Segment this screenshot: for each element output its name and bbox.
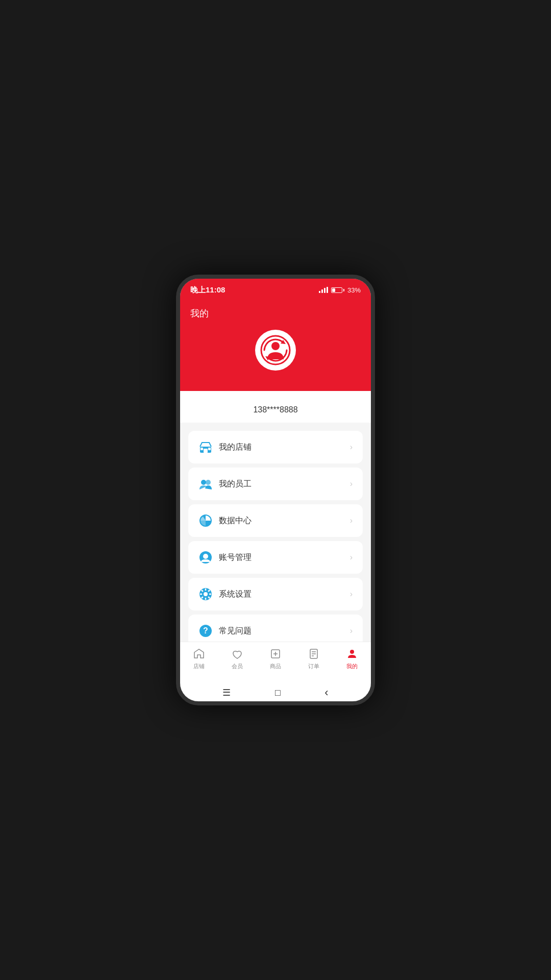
nav-item-mine[interactable]: 我的 bbox=[333, 647, 371, 670]
chevron-icon: › bbox=[350, 479, 353, 488]
chevron-icon: › bbox=[350, 443, 353, 452]
battery-icon bbox=[331, 287, 344, 293]
my-staff-label: 我的员工 bbox=[219, 479, 350, 489]
system-bar: ☰ □ ‹ bbox=[180, 684, 371, 701]
scrollable-content[interactable]: 零售店 138****8888 bbox=[180, 391, 371, 642]
store-nav-label: 店铺 bbox=[193, 663, 205, 670]
user-phone: 138****8888 bbox=[180, 405, 371, 414]
menu-item-data-center[interactable]: 数据中心 › bbox=[188, 504, 363, 537]
faq-label: 常见问题 bbox=[219, 626, 350, 636]
store-nav-icon bbox=[192, 647, 206, 660]
status-icons: 33% bbox=[319, 286, 361, 294]
data-icon bbox=[198, 513, 213, 528]
menu-section-data: 数据中心 › bbox=[188, 504, 363, 537]
svg-point-8 bbox=[201, 480, 206, 485]
goods-nav-icon bbox=[269, 647, 282, 660]
account-icon bbox=[198, 550, 213, 565]
status-bar: 晚上11:08 33% bbox=[180, 279, 371, 301]
svg-point-12 bbox=[203, 554, 208, 559]
nav-item-goods[interactable]: 商品 bbox=[257, 647, 295, 670]
user-name: 零售店 bbox=[180, 391, 371, 403]
svg-rect-6 bbox=[201, 448, 203, 450]
menu-section-account: 账号管理 › bbox=[188, 541, 363, 574]
my-store-label: 我的店铺 bbox=[219, 442, 350, 453]
menu-section-settings: 系统设置 › bbox=[188, 578, 363, 610]
menu-item-my-store[interactable]: 我的店铺 › bbox=[188, 431, 363, 463]
menu-item-account[interactable]: 账号管理 › bbox=[188, 541, 363, 574]
menu-item-faq[interactable]: ? 常见问题 › bbox=[188, 615, 363, 642]
mine-nav-label: 我的 bbox=[346, 663, 358, 670]
settings-icon bbox=[198, 587, 213, 601]
account-label: 账号管理 bbox=[219, 552, 350, 563]
menu-section-staff: 我的员工 › bbox=[188, 468, 363, 500]
menu-item-my-staff[interactable]: 我的员工 › bbox=[188, 468, 363, 500]
nav-item-store[interactable]: 店铺 bbox=[180, 647, 218, 670]
store-icon bbox=[198, 440, 213, 454]
page-header: 我的 bbox=[180, 301, 371, 330]
svg-point-29 bbox=[350, 650, 354, 654]
bottom-nav: 店铺 会员 商品 bbox=[180, 642, 371, 684]
staff-icon bbox=[198, 477, 213, 491]
chevron-icon: › bbox=[350, 626, 353, 635]
faq-icon: ? bbox=[198, 624, 213, 638]
svg-point-14 bbox=[204, 592, 208, 596]
settings-label: 系统设置 bbox=[219, 589, 350, 600]
home-button[interactable]: □ bbox=[275, 688, 281, 698]
svg-point-1 bbox=[271, 342, 280, 350]
orders-nav-icon bbox=[307, 647, 320, 660]
nav-item-member[interactable]: 会员 bbox=[218, 647, 257, 670]
chevron-icon: › bbox=[350, 553, 353, 562]
chevron-icon: › bbox=[350, 516, 353, 525]
menu-section-faq: ? 常见问题 › bbox=[188, 615, 363, 642]
avatar bbox=[255, 330, 296, 371]
menu-item-settings[interactable]: 系统设置 › bbox=[188, 578, 363, 610]
status-time: 晚上11:08 bbox=[190, 285, 225, 295]
chevron-icon: › bbox=[350, 590, 353, 599]
battery-text: 33% bbox=[347, 286, 361, 294]
data-center-label: 数据中心 bbox=[219, 516, 350, 526]
mine-nav-icon bbox=[345, 647, 359, 660]
profile-section bbox=[180, 330, 371, 391]
back-button[interactable]: ‹ bbox=[324, 686, 328, 699]
svg-point-9 bbox=[206, 480, 211, 485]
menu-button[interactable]: ☰ bbox=[222, 687, 231, 698]
member-nav-icon bbox=[231, 647, 244, 660]
svg-rect-5 bbox=[204, 449, 208, 453]
signal-icon bbox=[319, 287, 328, 293]
nav-item-orders[interactable]: 订单 bbox=[294, 647, 333, 670]
page-title: 我的 bbox=[190, 308, 209, 318]
member-nav-label: 会员 bbox=[232, 663, 243, 670]
orders-nav-label: 订单 bbox=[308, 663, 319, 670]
menu-section-store: 我的店铺 › bbox=[188, 431, 363, 463]
goods-nav-label: 商品 bbox=[270, 663, 281, 670]
svg-text:?: ? bbox=[203, 626, 208, 635]
svg-rect-7 bbox=[208, 448, 211, 450]
